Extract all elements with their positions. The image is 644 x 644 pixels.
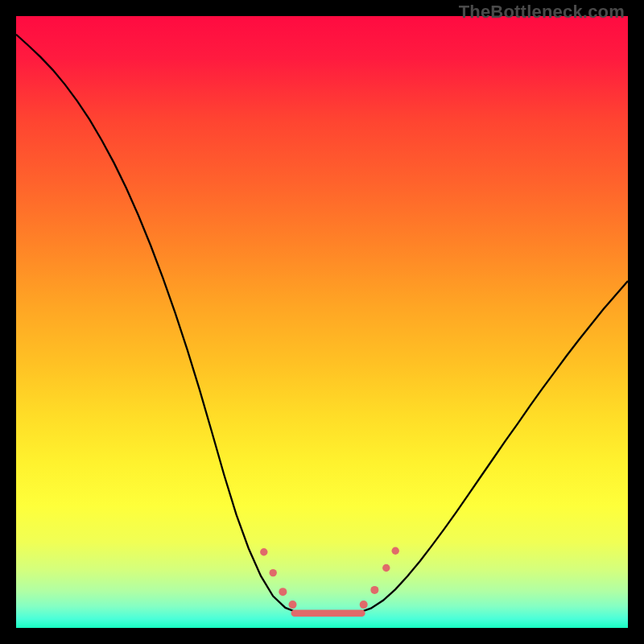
marker-right-dot-3 [382, 564, 390, 572]
marker-left-dot-4 [289, 601, 297, 609]
chart-background [16, 16, 628, 628]
marker-left-dot-1 [260, 548, 267, 555]
watermark-label: TheBottleneck.com [459, 2, 625, 23]
marker-right-dot-2 [370, 586, 378, 594]
marker-right-dot-4 [392, 547, 399, 555]
marker-left-dot-3 [279, 588, 287, 596]
chart-svg [16, 16, 628, 628]
chart-frame [16, 16, 628, 628]
marker-left-dot-2 [270, 569, 277, 576]
marker-right-dot-1 [360, 601, 368, 609]
